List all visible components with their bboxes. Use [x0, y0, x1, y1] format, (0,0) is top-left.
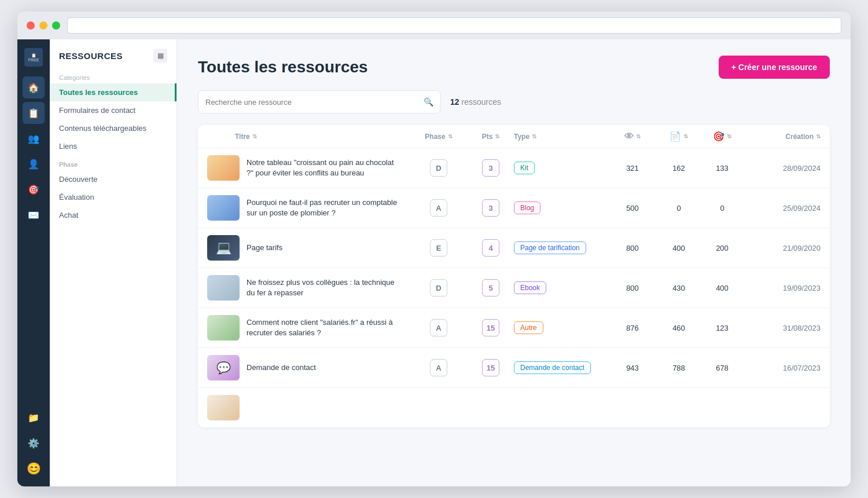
sidebar-collapse-button[interactable]: ▦	[153, 49, 167, 63]
row-views: 800	[606, 244, 659, 252]
row-views: 500	[606, 204, 659, 213]
pts-badge: 15	[482, 319, 499, 336]
row-thumbnail	[207, 195, 240, 221]
table-row[interactable]	[198, 388, 830, 427]
row-pages: 430	[659, 284, 699, 292]
row-title-cell: 💻 Page tarifs	[207, 235, 410, 261]
phase-badge: A	[430, 199, 447, 217]
mail-nav-item[interactable]: ✉️	[23, 204, 45, 226]
row-title: Page tarifs	[247, 243, 282, 253]
row-title-cell: Notre tableau "croissant ou pain au choc…	[207, 155, 410, 181]
close-button[interactable]	[27, 21, 35, 30]
phase-badge: E	[430, 239, 447, 257]
goals-nav-item[interactable]: 🎯	[23, 178, 45, 200]
sidebar-item-links[interactable]: Liens	[50, 137, 176, 155]
phase-sort-icon: ⇅	[448, 133, 453, 140]
th-title[interactable]: Titre ⇅	[235, 133, 410, 141]
row-phase: D	[410, 279, 468, 296]
row-creation: 31/08/2023	[745, 324, 821, 332]
left-nav: 📋 FREE 🏠 📋 👥 👤 🎯 ✉️ 📁 ⚙️ 😊	[17, 39, 50, 486]
row-pages: 460	[659, 324, 699, 332]
table-header: Titre ⇅ Phase ⇅ Pts ⇅ Type ⇅	[198, 125, 830, 148]
search-box: 🔍	[198, 90, 441, 113]
row-phase: E	[410, 239, 468, 257]
row-type: Page de tarification	[514, 241, 606, 254]
pts-badge: 15	[482, 359, 499, 376]
sidebar-header: RESSOURCES ▦	[50, 49, 176, 69]
type-badge: Kit	[514, 162, 535, 174]
row-pages: 400	[659, 244, 699, 252]
pts-badge: 4	[482, 239, 499, 257]
row-title-cell: Ne froissez plus vos collègues : la tech…	[207, 275, 410, 301]
row-title: Ne froissez plus vos collègues : la tech…	[247, 277, 403, 298]
profile-nav-item[interactable]: 😊	[23, 457, 45, 479]
files-nav-item[interactable]: 📁	[23, 407, 45, 429]
row-title: Notre tableau "croissant ou pain au choc…	[247, 158, 403, 178]
row-thumbnail	[207, 155, 240, 181]
app-logo: 📋 FREE	[23, 46, 45, 68]
row-pages: 788	[659, 364, 699, 372]
row-targets: 0	[699, 204, 745, 213]
th-pts[interactable]: Pts ⇅	[468, 133, 514, 141]
sidebar-phase-label: Phase	[50, 155, 176, 170]
sidebar-item-achat[interactable]: Achat	[50, 206, 176, 224]
sidebar-item-contact-forms[interactable]: Formulaires de contact	[50, 101, 176, 119]
table-row[interactable]: 💬 Demande de contact A 15 Demande de con…	[198, 348, 830, 388]
address-bar[interactable]	[67, 17, 841, 34]
phase-badge: A	[430, 319, 447, 336]
users-nav-item[interactable]: 👤	[23, 153, 45, 175]
create-resource-button[interactable]: + Créer une ressource	[719, 56, 830, 79]
table-row[interactable]: Ne froissez plus vos collègues : la tech…	[198, 268, 830, 308]
row-views: 943	[606, 364, 659, 372]
th-targets[interactable]: 🎯 ⇅	[699, 131, 745, 142]
row-views: 800	[606, 284, 659, 292]
main-content: Toutes les ressources + Créer une ressou…	[177, 39, 851, 486]
row-targets: 200	[699, 244, 745, 252]
table-row[interactable]: Notre tableau "croissant ou pain au choc…	[198, 148, 830, 188]
home-nav-item[interactable]: 🏠	[23, 76, 45, 98]
th-phase[interactable]: Phase ⇅	[410, 133, 468, 141]
pages-sort-icon: ⇅	[683, 133, 688, 140]
row-type: Kit	[514, 162, 606, 174]
resources-nav-item[interactable]: 📋	[23, 102, 45, 124]
th-views[interactable]: 👁 ⇅	[606, 131, 659, 142]
row-creation: 28/09/2024	[745, 164, 821, 173]
row-creation: 19/09/2023	[745, 284, 821, 292]
row-targets: 400	[699, 284, 745, 292]
phase-badge: D	[430, 159, 447, 177]
search-button[interactable]: 🔍	[424, 97, 433, 107]
table-row[interactable]: Pourquoi ne faut-il pas recruter un comp…	[198, 188, 830, 228]
row-targets: 123	[699, 324, 745, 332]
sidebar-item-decouverte[interactable]: Découverte	[50, 170, 176, 188]
type-sort-icon: ⇅	[532, 133, 536, 140]
row-title-cell	[207, 395, 410, 420]
row-creation: 16/07/2023	[745, 364, 821, 372]
row-views: 321	[606, 164, 659, 173]
maximize-button[interactable]	[52, 21, 60, 30]
type-badge: Blog	[514, 202, 540, 214]
sidebar-item-downloadable[interactable]: Contenus téléchargeables	[50, 119, 176, 137]
sidebar-title: RESSOURCES	[59, 51, 123, 61]
sidebar-item-all-resources[interactable]: Toutes les ressources	[50, 83, 176, 101]
main-header: Toutes les ressources + Créer une ressou…	[198, 56, 830, 79]
search-input[interactable]	[205, 98, 419, 107]
table-row[interactable]: Comment notre client "salariés.fr" a réu…	[198, 308, 830, 348]
row-thumbnail: 💬	[207, 355, 240, 380]
sidebar-item-evaluation[interactable]: Évaluation	[50, 188, 176, 206]
pts-sort-icon: ⇅	[495, 133, 499, 140]
table-row[interactable]: 💻 Page tarifs E 4 Page de tarification 8…	[198, 228, 830, 268]
settings-nav-item[interactable]: ⚙️	[23, 432, 45, 454]
row-title-cell: Comment notre client "salariés.fr" a réu…	[207, 315, 410, 340]
th-type[interactable]: Type ⇅	[514, 133, 606, 141]
contacts-nav-item[interactable]: 👥	[23, 127, 45, 149]
views-sort-icon: ⇅	[636, 133, 641, 140]
th-creation[interactable]: Création ⇅	[745, 133, 821, 141]
row-phase: A	[410, 199, 468, 217]
row-type: Blog	[514, 202, 606, 214]
phase-badge: A	[430, 359, 447, 376]
title-sort-icon: ⇅	[252, 133, 257, 140]
row-title: Pourquoi ne faut-il pas recruter un comp…	[247, 197, 403, 218]
th-pages[interactable]: 📄 ⇅	[659, 131, 699, 142]
resource-count: 12 ressources	[450, 97, 501, 107]
minimize-button[interactable]	[39, 21, 47, 30]
